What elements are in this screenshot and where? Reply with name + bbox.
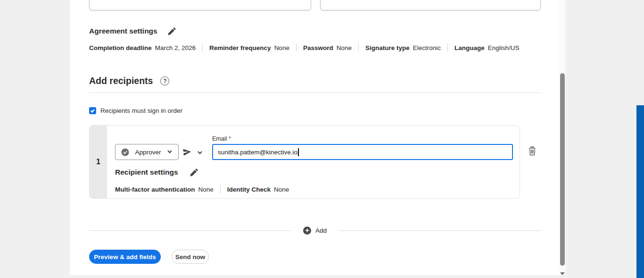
edit-agreement-settings-icon[interactable] xyxy=(168,27,176,35)
chevron-down-icon[interactable] xyxy=(197,149,203,157)
setting-signature-type: Signature typeElectronic xyxy=(365,44,441,51)
scrollbar-down-arrow[interactable] xyxy=(560,269,565,273)
message-field[interactable] xyxy=(320,0,541,10)
recipient-email-input[interactable]: sunitha.pattem@kinective.io xyxy=(212,144,513,160)
send-agreement-page: Agreement settings Completion deadlineMa… xyxy=(0,0,644,278)
divider xyxy=(202,43,203,52)
paper-plane-icon xyxy=(182,147,192,159)
delete-recipient-button[interactable] xyxy=(528,146,538,157)
setting-password: PasswordNone xyxy=(303,44,352,51)
add-recipient-row: + Add xyxy=(89,225,541,236)
recipient-index: 1 xyxy=(90,126,107,198)
add-recipient-button[interactable]: + Add xyxy=(303,227,327,235)
setting-completion-deadline: Completion deadlineMarch 2, 2026 xyxy=(89,44,196,51)
agreement-settings-heading: Agreement settings xyxy=(89,27,176,35)
recipient-settings-summary: Multi-factor authenticationNone Identity… xyxy=(115,185,289,194)
sign-in-order-row: Recipients must sign in order xyxy=(89,107,182,114)
divider xyxy=(220,185,221,194)
help-icon[interactable]: ? xyxy=(160,76,169,85)
scrollbar-thumb[interactable] xyxy=(560,73,565,266)
sign-in-order-label: Recipients must sign in order xyxy=(100,107,182,114)
divider-line xyxy=(89,230,291,231)
recipient-settings-heading: Recipient settings xyxy=(115,168,198,177)
divider xyxy=(358,43,359,52)
bottom-edge xyxy=(0,275,644,278)
setting-language: LanguageEnglish/US xyxy=(454,44,520,51)
email-label: Email* xyxy=(212,135,231,142)
send-now-button[interactable]: Send now xyxy=(172,250,209,264)
recipient-role-dropdown[interactable]: Approver xyxy=(115,144,179,160)
edit-recipient-settings-icon[interactable] xyxy=(190,168,198,177)
sign-in-order-checkbox[interactable] xyxy=(89,107,96,114)
right-edge-window-bar xyxy=(636,105,644,278)
add-label: Add xyxy=(315,227,327,234)
recipient-role-label: Approver xyxy=(134,149,162,156)
agreement-settings-summary: Completion deadlineMarch 2, 2026 Reminde… xyxy=(89,43,520,52)
agreement-name-field[interactable] xyxy=(89,0,311,10)
delivery-method-selector[interactable] xyxy=(182,147,203,159)
setting-identity-check: Identity CheckNone xyxy=(227,186,289,193)
right-margin xyxy=(566,0,644,278)
setting-mfa: Multi-factor authenticationNone xyxy=(115,186,214,193)
required-asterisk: * xyxy=(229,135,231,141)
setting-reminder-frequency: Reminder frequencyNone xyxy=(209,44,289,51)
divider xyxy=(296,43,297,52)
divider xyxy=(447,43,448,52)
email-value: sunitha.pattem@kinective.io xyxy=(218,149,297,156)
plus-circle-icon: + xyxy=(303,227,311,235)
chevron-down-icon xyxy=(167,148,173,156)
divider-line xyxy=(339,230,541,231)
section-divider xyxy=(89,93,541,93)
circle-check-icon xyxy=(121,148,129,156)
recipient-settings-title: Recipient settings xyxy=(115,168,178,177)
preview-add-fields-button[interactable]: Preview & add fields xyxy=(89,250,161,264)
add-recipients-title: Add recipients xyxy=(89,76,153,86)
text-caret xyxy=(298,148,299,156)
add-recipients-heading: Add recipients ? xyxy=(89,76,169,86)
recipient-card: 1 Email* Approver sunitha.pattem@kinecti… xyxy=(89,125,520,199)
trash-icon xyxy=(528,146,537,156)
agreement-settings-title: Agreement settings xyxy=(89,27,157,35)
